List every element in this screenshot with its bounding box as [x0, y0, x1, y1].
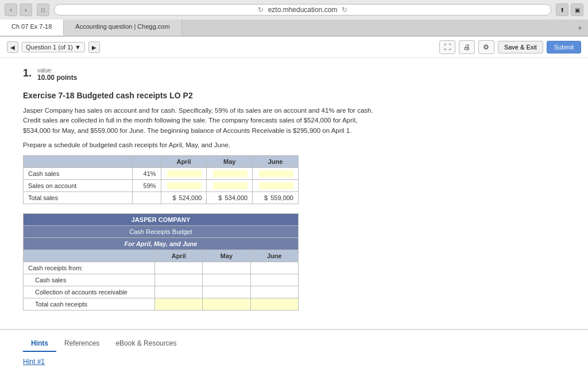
col-header-pct [133, 155, 161, 167]
refresh-icon: ↻ [258, 6, 264, 14]
total-cash-receipts-april[interactable] [155, 298, 203, 310]
cash-sales-april[interactable] [161, 167, 207, 179]
tab-chegg[interactable]: Accounting question | Chegg.com [64, 20, 181, 36]
budget-col-june: June [250, 250, 298, 262]
budget-cash-sales-may-input[interactable] [210, 274, 250, 286]
sales-account-april[interactable] [161, 179, 207, 191]
budget-col-april: April [155, 250, 203, 262]
print-button[interactable]: 🖨 [459, 40, 475, 54]
instruction-text: Prepare a schedule of budgeted cash rece… [23, 141, 379, 148]
window-toggle-button[interactable]: □ [37, 3, 49, 16]
collection-ar-june-input[interactable] [258, 286, 298, 298]
tab-hints[interactable]: Hints [23, 336, 56, 352]
cash-receipts-may [203, 262, 250, 274]
question-selector[interactable]: Question 1 (of 1) ▼ [22, 42, 85, 52]
hint1-link[interactable]: Hint #1 [23, 358, 45, 366]
budget-cash-sales-may[interactable] [203, 274, 250, 286]
total-cash-receipts-june-input[interactable] [258, 298, 298, 310]
cash-sales-label: Cash sales [24, 167, 133, 179]
budget-period-row: For April, May, and June [24, 237, 299, 250]
cash-receipts-april [155, 262, 203, 274]
total-cash-receipts-april-input[interactable] [162, 298, 202, 310]
question-nav-left: ◀ Question 1 (of 1) ▼ ▶ [7, 41, 100, 53]
cash-sales-may-input[interactable] [213, 170, 247, 177]
address-bar[interactable]: ↻ ezto.mheducation.com ↻ [54, 4, 551, 16]
budget-col-headers: April May June [24, 250, 299, 262]
tab-bar: Ch 07 Ex 7-18 Accounting question | Cheg… [0, 20, 588, 36]
table-row: Total sales $ 524,000 $ 534,000 $ 559,00… [24, 191, 299, 204]
budget-title: Cash Receipts Budget [24, 225, 299, 237]
tab-ch07[interactable]: Ch 07 Ex 7-18 [0, 20, 64, 36]
duplicate-button[interactable]: ▣ [571, 3, 583, 16]
budget-cash-sales-april[interactable] [155, 274, 203, 286]
sales-account-label: Sales on account [24, 179, 133, 191]
budget-col-may: May [203, 250, 250, 262]
question-number: 1. [23, 67, 32, 79]
table-row: Sales on account 59% [24, 179, 299, 191]
col-header-june: June [253, 155, 299, 167]
cash-sales-april-input[interactable] [167, 170, 202, 177]
collection-ar-may-input[interactable] [210, 286, 250, 298]
sales-account-june-input[interactable] [259, 182, 293, 189]
total-cash-receipts-label: Total cash receipts [24, 298, 155, 310]
cash-sales-june[interactable] [253, 167, 299, 179]
sales-account-may[interactable] [207, 179, 253, 191]
points-value: 10.00 points [37, 74, 77, 82]
table-row: Cash sales 41% [24, 167, 299, 179]
sales-account-april-input[interactable] [167, 182, 202, 189]
table-row: Cash sales [24, 274, 299, 286]
total-sales-pct [133, 191, 161, 204]
new-tab-button[interactable]: + [572, 20, 588, 36]
nav-buttons: ‹ › [5, 3, 32, 16]
budget-cash-sales-june-input[interactable] [258, 274, 298, 286]
print-preview-button[interactable]: ⛶ [439, 40, 455, 54]
cash-sales-may[interactable] [207, 167, 253, 179]
value-label: value: [37, 67, 77, 74]
settings-button[interactable]: ⚙ [478, 40, 494, 54]
problem-text: Jasper Company has sales on account and … [23, 106, 379, 136]
cash-receipts-from-label: Cash receipts from: [24, 262, 155, 274]
sales-account-may-input[interactable] [213, 182, 247, 189]
budget-cash-sales-label: Cash sales [24, 274, 155, 286]
budget-cash-sales-june[interactable] [250, 274, 298, 286]
budget-title-row: Cash Receipts Budget [24, 225, 299, 237]
total-cash-receipts-may[interactable] [203, 298, 250, 310]
question-nav: ◀ Question 1 (of 1) ▼ ▶ ⛶ 🖨 ⚙ Save & Exi… [0, 37, 588, 58]
share-button[interactable]: ⬆ [556, 3, 568, 16]
tab-references[interactable]: References [56, 336, 107, 352]
budget-period: For April, May, and June [24, 237, 299, 250]
hints-section: Hint #1 [0, 352, 588, 368]
cash-sales-june-input[interactable] [259, 170, 293, 177]
budget-company-row: JASPER COMPANY [24, 213, 299, 225]
total-sales-april: $ 524,000 [161, 191, 207, 204]
tab-ebook[interactable]: eBook & Resources [107, 336, 184, 352]
bottom-tabs: Hints References eBook & Resources [0, 329, 588, 352]
collection-ar-label: Collection of accounts receivable [24, 286, 155, 298]
url-text: ezto.mheducation.com [268, 6, 338, 14]
back-button[interactable]: ‹ [5, 3, 17, 16]
prev-question-button[interactable]: ◀ [7, 41, 18, 53]
total-cash-receipts-may-input[interactable] [210, 298, 250, 310]
budget-cash-sales-april-input[interactable] [162, 274, 202, 286]
table-row: Collection of accounts receivable [24, 286, 299, 298]
exercise-title: Exercise 7-18 Budgeted cash receipts LO … [23, 91, 379, 100]
save-exit-button[interactable]: Save & Exit [498, 41, 543, 53]
browser-chrome: ‹ › □ ↻ ezto.mheducation.com ↻ ⬆ ▣ Ch 07… [0, 0, 588, 37]
collection-ar-june[interactable] [250, 286, 298, 298]
table-row: Cash receipts from: [24, 262, 299, 274]
reload-icon: ↻ [342, 6, 347, 14]
sales-account-june[interactable] [253, 179, 299, 191]
table-row: Total cash receipts [24, 298, 299, 310]
col-header-may: May [207, 155, 253, 167]
cash-sales-pct: 41% [133, 167, 161, 179]
question-nav-right: ⛶ 🖨 ⚙ Save & Exit Submit [439, 40, 581, 54]
question-meta: value: 10.00 points [37, 67, 77, 82]
collection-ar-may[interactable] [203, 286, 250, 298]
next-question-button[interactable]: ▶ [88, 41, 100, 53]
total-sales-label: Total sales [24, 191, 133, 204]
total-cash-receipts-june[interactable] [250, 298, 298, 310]
collection-ar-april[interactable] [155, 286, 203, 298]
forward-button[interactable]: › [20, 3, 32, 16]
submit-button[interactable]: Submit [547, 41, 581, 53]
collection-ar-april-input[interactable] [162, 286, 202, 298]
